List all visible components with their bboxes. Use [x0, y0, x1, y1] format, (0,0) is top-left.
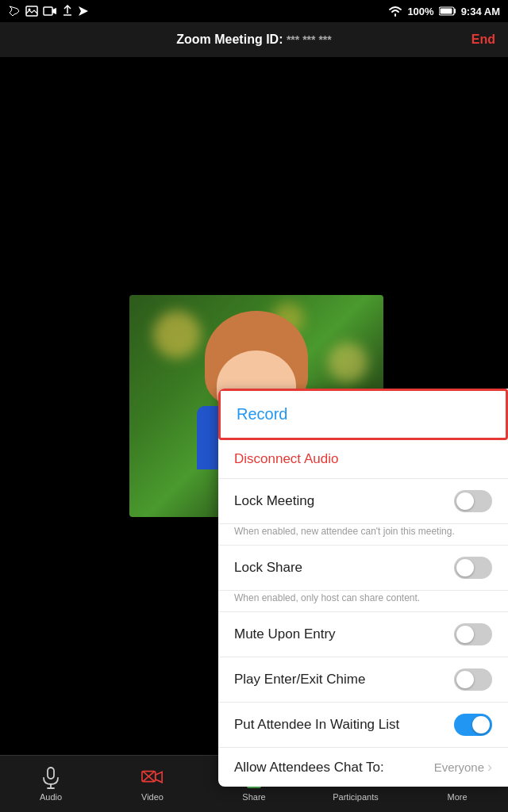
bokeh-light-3	[328, 343, 368, 382]
end-button[interactable]: End	[471, 33, 495, 47]
nav-audio[interactable]: Audio	[23, 767, 79, 802]
record-menu-item[interactable]: Record	[218, 389, 508, 440]
meeting-id-value: *** *** ***	[287, 33, 332, 46]
everyone-label: Everyone	[434, 760, 484, 774]
lock-meeting-item[interactable]: Lock Meeting	[218, 479, 508, 524]
play-chime-knob	[456, 671, 474, 688]
chevron-right-icon: ›	[487, 759, 492, 776]
lock-meeting-toggle[interactable]	[454, 490, 492, 512]
mute-entry-label: Mute Upon Entry	[234, 626, 336, 642]
wifi-status-icon	[388, 6, 402, 17]
video-icon	[43, 6, 57, 16]
svg-rect-5	[48, 768, 54, 779]
status-bar-right-icons: 100% 9:34 AM	[388, 6, 500, 17]
status-bar-left-icons	[8, 5, 89, 17]
audio-icon	[40, 767, 62, 789]
meeting-header: Zoom Meeting ID: *** *** *** End	[0, 22, 508, 57]
battery-text: 100%	[407, 6, 433, 17]
svg-rect-2	[44, 7, 52, 15]
battery-icon	[439, 6, 456, 16]
lock-share-label: Lock Share	[234, 560, 302, 576]
play-chime-item[interactable]: Play Enter/Exit Chime	[218, 657, 508, 703]
record-label: Record	[237, 405, 287, 423]
share-label: Share	[242, 792, 265, 802]
nav-video[interactable]: Video	[125, 767, 180, 802]
video-label: Video	[141, 792, 164, 802]
chat-right: Everyone ›	[434, 759, 492, 776]
play-chime-label: Play Enter/Exit Chime	[234, 672, 365, 688]
upload-icon	[62, 5, 73, 17]
participants-label: Participants	[333, 792, 378, 802]
disconnect-audio-label: Disconnect Audio	[234, 451, 338, 466]
tool-icon	[8, 5, 21, 17]
svg-rect-0	[26, 6, 37, 16]
lock-meeting-label: Lock Meeting	[234, 493, 314, 509]
waiting-list-knob	[472, 716, 490, 733]
image-icon	[25, 6, 38, 17]
lock-share-desc: When enabled, only host can share conten…	[218, 591, 508, 612]
video-nav-icon	[141, 767, 164, 789]
status-bar: 100% 9:34 AM	[0, 0, 508, 22]
svg-rect-4	[440, 9, 452, 14]
more-label: More	[447, 792, 467, 802]
time-display: 9:34 AM	[461, 6, 500, 17]
send-icon	[78, 6, 89, 17]
play-chime-toggle[interactable]	[454, 668, 492, 691]
mute-entry-item[interactable]: Mute Upon Entry	[218, 612, 508, 657]
lock-share-item[interactable]: Lock Share	[218, 546, 508, 591]
dropdown-menu: Record Disconnect Audio Lock Meeting Whe…	[218, 389, 508, 787]
mute-entry-toggle[interactable]	[454, 623, 492, 645]
audio-label: Audio	[40, 792, 62, 802]
lock-meeting-desc: When enabled, new attendee can't join th…	[218, 524, 508, 546]
allow-chat-item[interactable]: Allow Attendees Chat To: Everyone ›	[218, 748, 508, 787]
meeting-id-label: Zoom Meeting ID: *** *** ***	[176, 33, 332, 47]
lock-meeting-knob	[456, 492, 474, 510]
disconnect-audio-item[interactable]: Disconnect Audio	[218, 440, 508, 479]
lock-share-toggle[interactable]	[454, 557, 492, 579]
bokeh-light-1	[153, 311, 201, 358]
lock-share-knob	[456, 559, 474, 576]
mute-entry-knob	[456, 626, 474, 643]
waiting-list-toggle[interactable]	[454, 714, 492, 736]
waiting-list-label: Put Attendee In Waiting List	[234, 717, 399, 733]
allow-chat-label: Allow Attendees Chat To:	[234, 760, 384, 776]
waiting-list-item[interactable]: Put Attendee In Waiting List	[218, 703, 508, 748]
